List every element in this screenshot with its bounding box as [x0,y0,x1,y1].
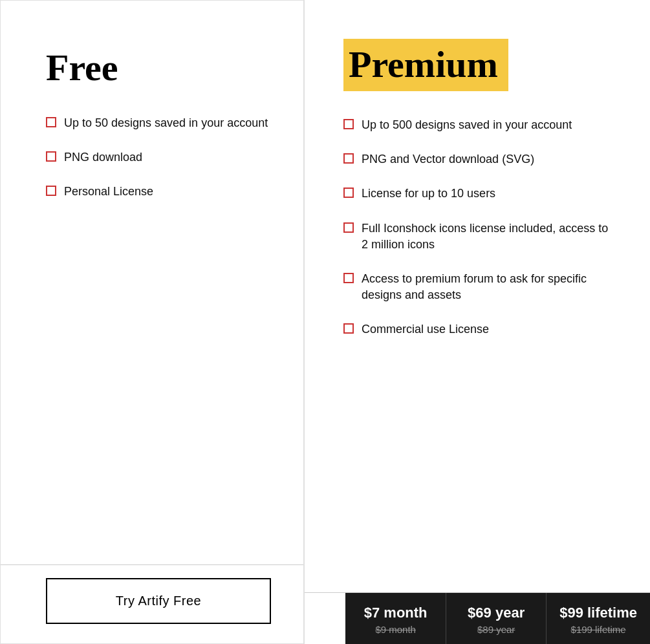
yearly-price-main: $69 year [459,605,533,621]
free-plan-content: Free Up to 50 designs saved in your acco… [1,1,303,564]
checkbox-icon [46,151,56,162]
yearly-price-original: $89 year [459,624,533,635]
monthly-price-original: $9 month [358,624,433,635]
lifetime-price-button[interactable]: $99 lifetime $199 lifetime [546,593,650,644]
feature-text: PNG and Vector download (SVG) [362,151,534,167]
checkbox-icon [46,117,56,127]
list-item: Up to 500 designs saved in your account [343,117,618,133]
lifetime-price-original: $199 lifetime [559,624,637,635]
checkbox-icon [343,153,354,164]
premium-plan-title: Premium [349,43,498,86]
free-features-list: Up to 50 designs saved in your account P… [46,115,271,200]
premium-features-list: Up to 500 designs saved in your account … [343,117,618,338]
free-plan-title: Free [46,46,271,89]
list-item: Commercial use License [343,321,618,338]
try-free-button[interactable]: Try Artify Free [46,578,271,624]
pricing-buttons-row: $7 month $9 month $69 year $89 year $99 … [305,593,650,644]
feature-text: Access to premium forum to ask for speci… [362,271,618,303]
checkbox-icon [343,222,354,233]
premium-title-highlight: Premium [343,39,508,91]
checkbox-icon [343,188,354,198]
feature-text: Commercial use License [362,321,489,338]
feature-text: Personal License [64,184,153,200]
list-item: PNG download [46,149,271,166]
list-item: Up to 50 designs saved in your account [46,115,271,131]
feature-text: PNG download [64,149,142,166]
checkbox-icon [343,323,354,334]
feature-text: Up to 500 designs saved in your account [362,117,572,133]
checkbox-icon [46,186,56,196]
list-item: License for up to 10 users [343,186,618,202]
monthly-price-main: $7 month [358,605,433,621]
feature-text: Up to 50 designs saved in your account [64,115,268,131]
list-item: Access to premium forum to ask for speci… [343,271,618,303]
free-button-area: Try Artify Free [1,565,303,643]
checkbox-icon [343,273,354,283]
lifetime-price-main: $99 lifetime [559,605,637,621]
list-item: Full Iconshock icons license included, a… [343,220,618,253]
list-item: PNG and Vector download (SVG) [343,151,618,167]
free-plan-card: Free Up to 50 designs saved in your acco… [0,0,304,644]
pricing-container: Free Up to 50 designs saved in your acco… [0,0,650,644]
yearly-price-button[interactable]: $69 year $89 year [446,593,546,644]
premium-plan-card: Premium Up to 500 designs saved in your … [304,0,650,644]
feature-text: Full Iconshock icons license included, a… [362,220,618,253]
monthly-price-button[interactable]: $7 month $9 month [345,593,446,644]
premium-plan-content: Premium Up to 500 designs saved in your … [305,0,650,592]
checkbox-icon [343,119,354,129]
list-item: Personal License [46,184,271,200]
feature-text: License for up to 10 users [362,186,495,202]
